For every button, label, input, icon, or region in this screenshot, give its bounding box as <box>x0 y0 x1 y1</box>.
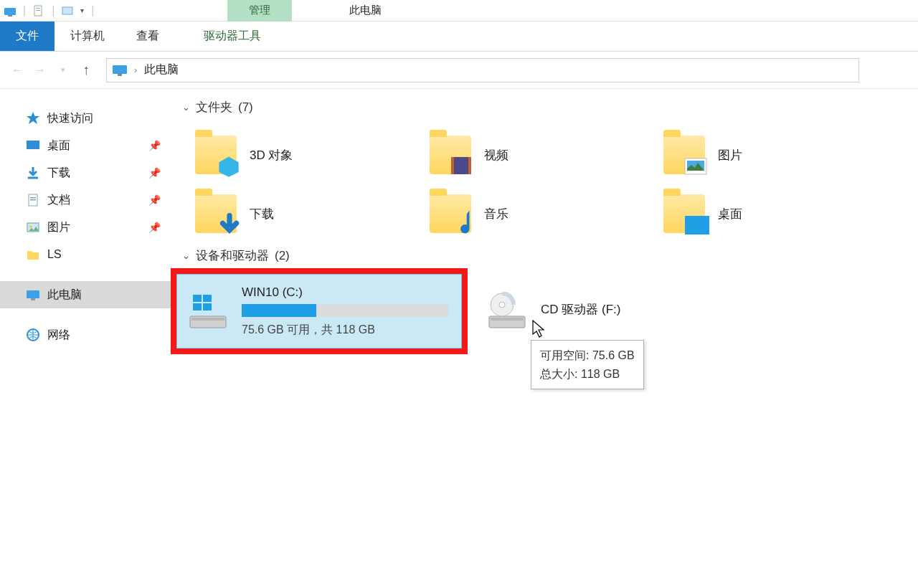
qat-separator: | <box>23 4 26 17</box>
pc-icon <box>26 288 40 302</box>
drive-f-cdrom[interactable]: CD 驱动器 (F:) <box>476 274 762 348</box>
svg-rect-7 <box>118 74 122 76</box>
folder-icon <box>663 194 705 233</box>
back-button[interactable]: ← <box>7 60 27 80</box>
drives-row: WIN10 (C:) 75.6 GB 可用，共 118 GB CD 驱动器 (F… <box>176 274 912 348</box>
desktop-icon <box>26 138 40 153</box>
pin-icon: 📌 <box>148 222 161 233</box>
window-title: 此电脑 <box>349 4 382 17</box>
svg-rect-3 <box>36 8 40 9</box>
tree-network[interactable]: 网络 <box>0 321 171 348</box>
tree-label: 文档 <box>47 193 70 208</box>
up-button[interactable]: ↑ <box>76 60 96 80</box>
tree-documents[interactable]: 文档 📌 <box>0 186 171 214</box>
group-label: 设备和驱动器 <box>196 247 269 264</box>
drive-c[interactable]: WIN10 (C:) 75.6 GB 可用，共 118 GB <box>176 274 462 348</box>
svg-rect-19 <box>451 157 471 174</box>
tree-label: 图片 <box>47 220 70 235</box>
ribbon-tabs: 文件 计算机 查看 驱动器工具 <box>0 22 918 52</box>
folder-label: 音乐 <box>484 206 508 222</box>
drive-info: CD 驱动器 (F:) <box>541 301 752 322</box>
tab-view[interactable]: 查看 <box>120 22 175 51</box>
svg-marker-8 <box>27 112 39 124</box>
tree-ls-folder[interactable]: LS <box>0 241 171 268</box>
svg-rect-24 <box>685 216 709 234</box>
svg-rect-6 <box>113 65 127 74</box>
folder-music[interactable]: 音乐 <box>411 184 645 243</box>
tree-quick-access[interactable]: 快速访问 <box>0 105 171 132</box>
svg-rect-15 <box>27 290 39 298</box>
folders-grid: 3D 对象 视频 图片 下载 音乐 桌面 <box>176 125 879 243</box>
group-count: (2) <box>275 249 290 263</box>
picture-icon <box>26 220 40 234</box>
tree-label: 桌面 <box>47 138 70 153</box>
tooltip-total-size: 总大小: 118 GB <box>540 365 635 384</box>
svg-marker-18 <box>219 156 238 176</box>
folder-label: 图片 <box>718 147 742 163</box>
svg-rect-32 <box>491 318 524 321</box>
tree-pictures[interactable]: 图片 📌 <box>0 214 171 241</box>
drive-tooltip: 可用空间: 75.6 GB 总大小: 118 GB <box>531 340 644 389</box>
address-bar[interactable]: › 此电脑 <box>106 58 859 82</box>
group-folders-header[interactable]: ⌄ 文件夹 (7) <box>182 99 912 115</box>
svg-rect-11 <box>30 197 36 199</box>
svg-rect-5 <box>62 7 72 14</box>
folder-pictures[interactable]: 图片 <box>645 125 879 184</box>
tree-this-pc[interactable]: 此电脑 <box>0 281 171 308</box>
group-count: (7) <box>238 100 253 115</box>
breadcrumb-root[interactable]: 此电脑 <box>144 62 179 77</box>
svg-rect-9 <box>27 141 39 149</box>
folder-downloads[interactable]: 下载 <box>176 184 411 243</box>
app-icon <box>4 5 16 16</box>
folder-3d-objects[interactable]: 3D 对象 <box>176 125 411 184</box>
recent-dropdown-icon[interactable]: ▾ <box>53 60 73 80</box>
navigation-bar: ← → ▾ ↑ › 此电脑 <box>0 52 918 89</box>
breadcrumb-separator-icon: › <box>134 65 137 75</box>
svg-rect-21 <box>468 157 471 174</box>
properties-icon[interactable] <box>33 5 44 16</box>
tree-desktop[interactable]: 桌面 📌 <box>0 132 171 159</box>
qat-dropdown-icon[interactable]: ▾ <box>80 6 84 14</box>
forward-button[interactable]: → <box>30 60 50 80</box>
content-pane: ⌄ 文件夹 (7) 3D 对象 视频 图片 下载 音乐 <box>171 89 918 588</box>
pin-icon: 📌 <box>148 194 161 206</box>
network-icon <box>26 328 40 342</box>
svg-rect-29 <box>193 303 202 310</box>
svg-rect-4 <box>36 10 40 11</box>
folder-icon <box>195 194 237 233</box>
tab-computer[interactable]: 计算机 <box>55 22 120 51</box>
document-icon <box>26 193 40 207</box>
folder-icon <box>195 136 237 174</box>
disk-icon <box>187 292 229 331</box>
drive-name: CD 驱动器 (F:) <box>541 301 752 318</box>
svg-rect-26 <box>191 318 224 321</box>
svg-rect-12 <box>30 199 36 201</box>
folder-label: 视频 <box>484 147 508 163</box>
tree-label: LS <box>47 248 62 261</box>
download-icon <box>26 166 40 180</box>
folder-label: 3D 对象 <box>250 147 293 163</box>
cdrom-icon <box>486 292 528 331</box>
qat-item-icon[interactable] <box>62 5 73 16</box>
svg-point-14 <box>29 225 32 228</box>
group-devices-header[interactable]: ⌄ 设备和驱动器 (2) <box>182 247 912 264</box>
navigation-tree: 快速访问 桌面 📌 下载 📌 文档 📌 图片 📌 LS 此 <box>0 89 171 588</box>
folder-videos[interactable]: 视频 <box>411 125 645 184</box>
tree-downloads[interactable]: 下载 📌 <box>0 159 171 186</box>
tree-label: 下载 <box>47 166 70 181</box>
drive-status: 75.6 GB 可用，共 118 GB <box>242 323 451 338</box>
contextual-tab-manage[interactable]: 管理 <box>227 0 292 22</box>
tree-label: 网络 <box>47 328 70 343</box>
tooltip-free-space: 可用空间: 75.6 GB <box>540 346 635 365</box>
quick-access-toolbar: | | ▾ | <box>0 4 98 17</box>
folder-desktop[interactable]: 桌面 <box>645 184 879 243</box>
svg-rect-16 <box>31 298 35 300</box>
folder-icon <box>26 247 40 262</box>
tab-drive-tools[interactable]: 驱动器工具 <box>188 22 277 51</box>
tree-label: 此电脑 <box>47 288 82 303</box>
folder-icon <box>430 194 471 233</box>
svg-point-34 <box>499 302 505 308</box>
svg-rect-0 <box>4 8 16 15</box>
chevron-down-icon: ⌄ <box>182 250 190 261</box>
tab-file[interactable]: 文件 <box>0 22 55 51</box>
